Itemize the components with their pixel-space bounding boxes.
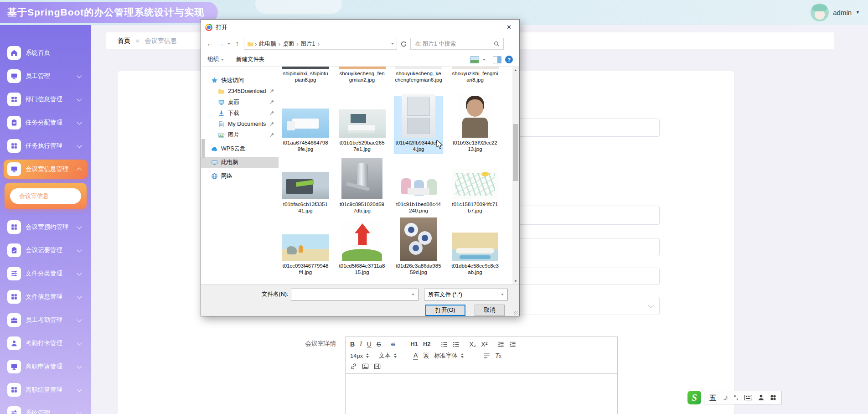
file-item[interactable]: t01aa674546647989fe.jpg: [281, 96, 330, 154]
filename-input[interactable]: [291, 291, 412, 298]
sidebar-item[interactable]: 会议记要管理: [4, 241, 88, 260]
help-button[interactable]: ?: [505, 56, 513, 63]
toolbox-icon[interactable]: [770, 394, 776, 401]
refresh-icon[interactable]: [400, 41, 407, 47]
organize-button[interactable]: 组织: [207, 56, 224, 63]
align-button[interactable]: [483, 352, 490, 359]
underline-button[interactable]: U: [367, 341, 372, 348]
outdent-button[interactable]: [497, 341, 504, 348]
format-select[interactable]: 文本: [379, 352, 408, 360]
file-item[interactable]: t01dbb4e58ec9c8c3ab.jpg: [450, 216, 500, 277]
highlight-color-button[interactable]: A: [423, 352, 429, 359]
ime-mode-button[interactable]: 五: [709, 394, 716, 401]
search-box[interactable]: [410, 38, 504, 50]
strikethrough-button[interactable]: S: [377, 341, 381, 348]
nav-item[interactable]: 快速访问: [201, 75, 279, 86]
back-button[interactable]: ←: [207, 40, 214, 47]
open-button[interactable]: 打开(O): [425, 305, 465, 316]
nav-item[interactable]: WPS云盘: [201, 143, 279, 154]
file-item[interactable]: t01cd5f684e3711a815.jpg: [337, 216, 387, 277]
image-button[interactable]: [362, 363, 369, 370]
file-item[interactable]: t01c158170094fc71b7.jpg: [450, 154, 500, 216]
file-list-scrollbar[interactable]: ▲ ▼: [512, 67, 519, 285]
file-item[interactable]: t01b1be529bae2657e1.jpg: [337, 96, 387, 154]
breadcrumb-home[interactable]: 首页: [118, 37, 130, 45]
user-icon[interactable]: [758, 394, 764, 401]
file-item[interactable]: shouyuzishi_fengmian8.jpg: [450, 67, 500, 96]
ordered-list-button[interactable]: [441, 341, 448, 348]
file-item[interactable]: t01b93e13f92fcc2213.jpg: [450, 96, 500, 154]
link-button[interactable]: [350, 363, 357, 370]
nav-scrollbar-thumb[interactable]: [202, 139, 205, 158]
path-breadcrumb[interactable]: ›此电脑›桌面›图片1›: [244, 38, 397, 50]
filetype-select[interactable]: 所有文件 (*.*): [424, 289, 508, 300]
sidebar-item[interactable]: 员工考勤管理: [4, 310, 88, 330]
new-folder-button[interactable]: 新建文件夹: [236, 56, 265, 63]
view-dropdown-icon[interactable]: [483, 59, 486, 61]
scroll-down-icon[interactable]: ▼: [512, 278, 519, 285]
nav-item[interactable]: 2345Download: [201, 86, 279, 97]
file-item[interactable]: t01bfac6cb13f335141.jpg: [281, 154, 330, 216]
sidebar-item[interactable]: 文件分类管理: [4, 264, 88, 283]
file-item[interactable]: shipinxinxi_shipintupian8.jpg: [281, 67, 330, 96]
bold-button[interactable]: B: [350, 341, 355, 348]
sidebar-item[interactable]: 系统管理: [4, 404, 88, 414]
nav-item[interactable]: 网络: [201, 171, 279, 181]
view-mode-icon[interactable]: [470, 56, 479, 63]
header2-button[interactable]: H2: [423, 341, 431, 348]
sidebar-subitem[interactable]: 会议室信息: [10, 188, 81, 204]
video-button[interactable]: [374, 363, 381, 370]
punctuation-icon[interactable]: °,: [734, 395, 739, 400]
file-item[interactable]: t01d26e3a86da98559d.jpg: [394, 216, 443, 277]
file-item[interactable]: shouyikecheng_fengmian2.jpg: [337, 67, 387, 96]
sidebar-item[interactable]: 任务执行管理: [4, 136, 88, 155]
italic-button[interactable]: I: [360, 341, 362, 348]
search-input[interactable]: [414, 40, 494, 47]
avatar[interactable]: [811, 3, 829, 21]
sidebar-item[interactable]: 文件信息管理: [4, 287, 88, 306]
path-segment[interactable]: 图片1: [299, 40, 318, 48]
sidebar-item[interactable]: 任务分配管理: [4, 113, 88, 132]
close-button[interactable]: ✕: [499, 20, 519, 35]
sidebar-item[interactable]: 会议室信息管理: [4, 160, 88, 179]
bullet-list-button[interactable]: [453, 341, 460, 348]
font-size-select[interactable]: 14px: [350, 352, 374, 359]
header1-button[interactable]: H1: [410, 341, 418, 348]
sidebar-item[interactable]: 员工管理: [4, 67, 88, 86]
resize-grip[interactable]: [514, 311, 518, 315]
sidebar-item[interactable]: 系统首页: [4, 43, 88, 62]
file-item[interactable]: t01c91b1bed08c44240.png: [394, 154, 443, 216]
preview-pane-icon[interactable]: [493, 56, 501, 63]
cancel-button[interactable]: 取消: [475, 305, 505, 316]
file-item[interactable]: t01c9c8951020d597db.jpg: [337, 154, 387, 216]
file-item[interactable]: shouyukecheng_kechengfengmian6.jpg: [394, 67, 443, 96]
path-segment[interactable]: 桌面: [280, 40, 296, 48]
nav-item[interactable]: 下载: [201, 108, 279, 119]
sidebar-item[interactable]: 考勤打卡管理: [4, 334, 88, 353]
history-dropdown-icon[interactable]: [227, 43, 230, 45]
filename-combo[interactable]: [291, 289, 418, 300]
user-menu[interactable]: admin ▼: [811, 3, 860, 21]
nav-item[interactable]: My Documents: [201, 119, 279, 129]
nav-item[interactable]: 图片: [201, 129, 279, 140]
file-item[interactable]: t01b4f2ffb9344dc9c4.jpg: [394, 96, 443, 154]
nav-item[interactable]: 桌面: [201, 97, 279, 108]
up-button[interactable]: ↑: [235, 40, 239, 47]
file-item[interactable]: t01cc093f46779948f4.jpg: [281, 216, 330, 277]
editor-content[interactable]: [346, 374, 617, 414]
indent-button[interactable]: [509, 341, 516, 348]
sidebar-item[interactable]: 会议室预约管理: [4, 217, 88, 237]
blockquote-button[interactable]: “: [391, 344, 395, 348]
clear-format-button[interactable]: Tx: [495, 352, 501, 359]
path-segment[interactable]: 此电脑: [257, 40, 279, 48]
scroll-up-icon[interactable]: ▲: [512, 67, 519, 73]
font-family-select[interactable]: 标准字体: [434, 352, 473, 360]
scrollbar-thumb[interactable]: [513, 124, 518, 181]
ime-logo-icon[interactable]: S: [687, 391, 701, 404]
sidebar-item[interactable]: 离职申请管理: [4, 357, 88, 376]
sidebar-item[interactable]: 部门信息管理: [4, 90, 88, 109]
text-color-button[interactable]: A: [413, 352, 418, 360]
subscript-button[interactable]: X₂: [470, 341, 476, 348]
sidebar-item[interactable]: 离职结算管理: [4, 380, 88, 399]
keyboard-icon[interactable]: [744, 395, 752, 400]
